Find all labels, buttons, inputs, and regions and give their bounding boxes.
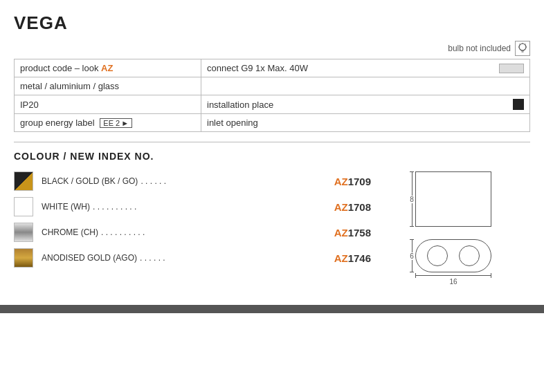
specs-table: product code – look AZ connect G9 1x Max…: [14, 59, 530, 132]
colour-code-2: AZ1758: [334, 227, 371, 239]
dim-16-label: 16: [449, 278, 457, 286]
svg-line-7: [525, 44, 526, 45]
row-energy: group energy label EE 2 ► inlet opening: [15, 114, 530, 132]
bracket6-line-bottom: [412, 260, 412, 272]
oval-circle-left: [427, 245, 448, 266]
v-bracket-top: 8: [410, 171, 414, 227]
row-material: metal / aluminium / glass: [15, 77, 530, 95]
bracket-line-bottom: [412, 203, 412, 227]
colour-item-2: CHROME (CH). . . . . . . . . . AZ1758: [14, 223, 371, 242]
bulb-icon: [515, 41, 530, 56]
empty-cell-1: [201, 77, 530, 95]
connect-icon: [499, 64, 524, 73]
bracket6-tick-bottom: [410, 272, 414, 272]
oval-circle-right: [459, 245, 480, 266]
install-row: installation place: [207, 99, 524, 110]
energy-cell: group energy label EE 2 ►: [15, 114, 201, 132]
installation-cell: installation place: [201, 95, 530, 114]
bracket-tick-bottom: [410, 226, 414, 227]
section-divider: [14, 142, 530, 142]
colour-list: BLACK / GOLD (BK / GO). . . . . . AZ1709…: [14, 171, 371, 286]
v-bracket6: 6: [410, 239, 414, 272]
colour-code-3: AZ1746: [334, 252, 371, 264]
dim-6-label: 6: [410, 252, 414, 260]
ip-cell: IP20: [15, 95, 201, 114]
product-code-cell: product code – look AZ: [15, 59, 201, 77]
swatch-chrome: [14, 223, 33, 242]
rect-diagram: [415, 171, 491, 227]
footer-bar: [0, 305, 544, 313]
product-code-az: AZ: [101, 63, 113, 73]
colour-diagram-row: BLACK / GOLD (BK / GO). . . . . . AZ1709…: [14, 171, 530, 286]
installation-text: installation place: [207, 100, 273, 110]
colour-name-2: CHROME (CH). . . . . . . . . .: [42, 227, 334, 237]
connect-text: connect G9 1x Max. 40W: [207, 63, 308, 73]
swatch-white: [14, 197, 33, 216]
bulb-note-row: bulb not included: [14, 41, 530, 56]
colour-code-0: AZ1709: [334, 176, 371, 187]
product-title: VEGA: [14, 12, 530, 34]
oval-diagram-wrap: 6 16: [410, 239, 491, 286]
inlet-cell: inlet opening: [201, 114, 530, 132]
dim-8-label: 8: [410, 196, 414, 203]
row-product-code: product code – look AZ connect G9 1x Max…: [15, 59, 530, 77]
colour-section-title: COLOUR / NEW INDEX NO.: [14, 151, 530, 162]
diagram-top: 8: [410, 171, 491, 227]
page: VEGA bulb not included product code – lo…: [0, 0, 544, 292]
bracket6-line-top: [412, 240, 412, 252]
colour-name-1: WHITE (WH). . . . . . . . . .: [42, 202, 334, 212]
dim-h-line: [415, 275, 491, 276]
oval-with-dim: 16: [415, 239, 491, 286]
diagram-bottom: 6 16: [410, 239, 491, 286]
energy-badge-text: EE 2: [103, 119, 120, 127]
colour-code-1: AZ1708: [334, 201, 371, 213]
energy-label-text: group energy label: [20, 118, 95, 128]
connect-cell: connect G9 1x Max. 40W: [201, 59, 530, 77]
svg-line-6: [520, 44, 520, 45]
swatch-anodised-gold: [14, 248, 33, 268]
product-code-label: product code – look: [20, 63, 98, 73]
connect-row: connect G9 1x Max. 40W: [207, 63, 524, 73]
colour-item-1: WHITE (WH). . . . . . . . . . AZ1708: [14, 197, 371, 216]
material-cell: metal / aluminium / glass: [15, 77, 201, 95]
oval-diagram: [415, 239, 491, 272]
colour-item-0: BLACK / GOLD (BK / GO). . . . . . AZ1709: [14, 171, 371, 191]
colour-name-3: ANODISED GOLD (AGO). . . . . .: [42, 253, 334, 263]
install-icon: [513, 99, 524, 110]
swatch-black-gold: [14, 171, 33, 191]
bracket-line-top: [412, 172, 412, 196]
energy-arrow-icon: ►: [121, 119, 129, 127]
colour-item-3: ANODISED GOLD (AGO). . . . . . AZ1746: [14, 248, 371, 268]
energy-badge: EE 2 ►: [100, 118, 132, 128]
diagram-area: 8 6: [371, 171, 530, 286]
row-ip: IP20 installation place: [15, 95, 530, 114]
colour-name-0: BLACK / GOLD (BK / GO). . . . . .: [42, 176, 334, 186]
bulb-note-text: bulb not included: [448, 44, 511, 53]
